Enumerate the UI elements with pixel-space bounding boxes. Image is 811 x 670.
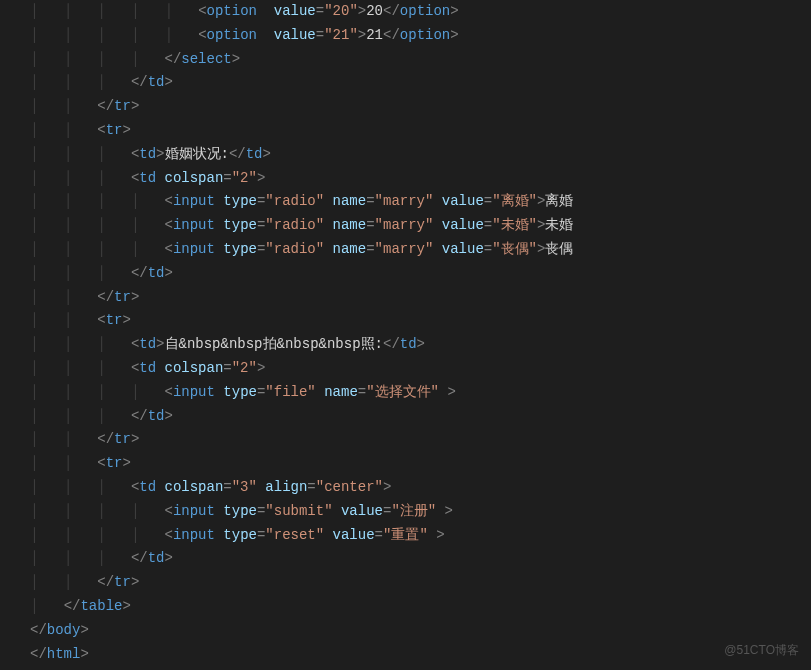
code-line: │ │ </tr>: [30, 428, 811, 452]
code-line: │ │ │ │ <input type="submit" value="注册" …: [30, 500, 811, 524]
code-line: │ │ <tr>: [30, 119, 811, 143]
code-line: │ │ </tr>: [30, 286, 811, 310]
code-editor: │ │ │ │ │ <option value="20">20</option>…: [0, 0, 811, 666]
code-line: │ │ │ </td>: [30, 71, 811, 95]
code-line: │ │ │ │ <input type="radio" name="marry"…: [30, 214, 811, 238]
code-line: │ │ │ <td colspan="3" align="center">: [30, 476, 811, 500]
watermark-text: @51CTO博客: [724, 640, 799, 660]
code-line: │ │ │ <td>自&nbsp&nbsp拍&nbsp&nbsp照:</td>: [30, 333, 811, 357]
code-line: </html>: [30, 643, 811, 667]
code-line: │ │ <tr>: [30, 452, 811, 476]
code-line: │ │ │ <td colspan="2">: [30, 167, 811, 191]
code-line: │ </table>: [30, 595, 811, 619]
code-line: │ │ │ <td>婚姻状况:</td>: [30, 143, 811, 167]
code-line: │ │ │ </td>: [30, 262, 811, 286]
code-line: │ │ │ │ │ <option value="20">20</option>: [30, 0, 811, 24]
code-line: │ │ │ │ <input type="radio" name="marry"…: [30, 190, 811, 214]
code-line: │ │ │ │ │ <option value="21">21</option>: [30, 24, 811, 48]
code-line: │ │ │ │ <input type="reset" value="重置" >: [30, 524, 811, 548]
code-line: │ │ │ │ <input type="file" name="选择文件" >: [30, 381, 811, 405]
code-line: │ │ </tr>: [30, 95, 811, 119]
code-line: │ │ │ </td>: [30, 547, 811, 571]
code-line: │ │ <tr>: [30, 309, 811, 333]
code-line: │ │ │ </td>: [30, 405, 811, 429]
code-line: │ │ │ <td colspan="2">: [30, 357, 811, 381]
code-line: │ │ </tr>: [30, 571, 811, 595]
code-line: │ │ │ │ </select>: [30, 48, 811, 72]
code-line: </body>: [30, 619, 811, 643]
code-line: │ │ │ │ <input type="radio" name="marry"…: [30, 238, 811, 262]
